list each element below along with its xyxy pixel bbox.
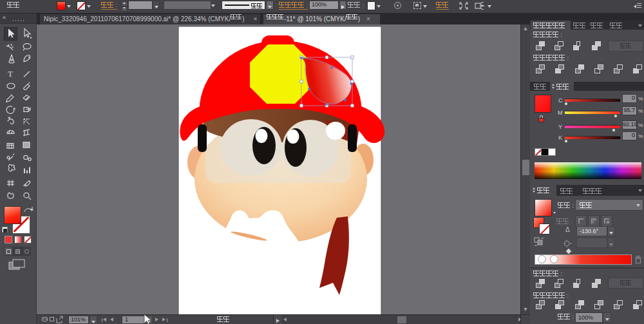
svg-text:T: T (8, 70, 13, 79)
